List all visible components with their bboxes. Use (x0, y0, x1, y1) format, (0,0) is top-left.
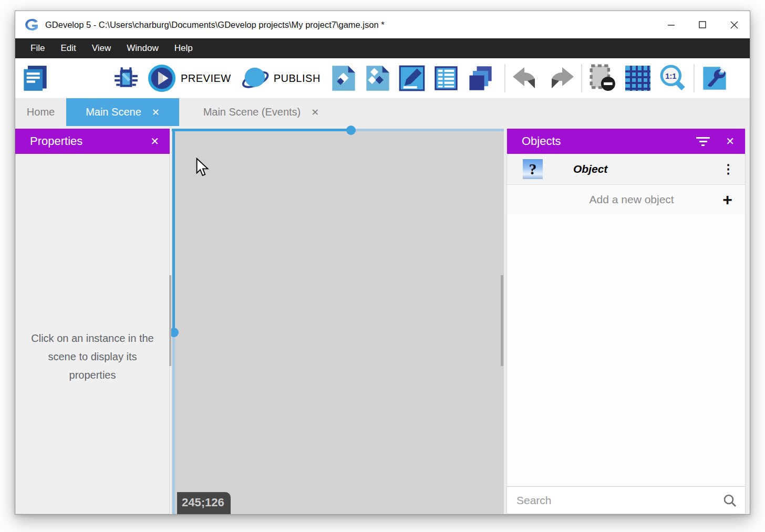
tab-home[interactable]: Home (15, 98, 66, 126)
menu-help[interactable]: Help (167, 38, 201, 58)
tab-label: Main Scene (86, 106, 141, 118)
properties-panel-body: Click on an instance in the scene to dis… (15, 154, 170, 514)
object-menu-icon[interactable]: ⋮ (722, 163, 735, 175)
cursor-coordinates-badge: 245;126 (177, 492, 231, 514)
scene-border-top (351, 129, 504, 131)
objects-panel: Objects ✕ ? Object ⋮ Add a new object + (506, 129, 746, 514)
objects-editor-icon[interactable] (364, 65, 391, 92)
toolbar-separator (581, 64, 582, 92)
close-tab-icon[interactable]: ✕ (152, 107, 160, 118)
menu-bar: File Edit View Window Help (15, 38, 750, 58)
menu-window[interactable]: Window (119, 38, 166, 58)
svg-text:1:1: 1:1 (665, 72, 676, 80)
search-input[interactable] (516, 494, 723, 507)
scene-border-left (172, 332, 175, 514)
publish-globe-icon[interactable] (241, 64, 269, 92)
objects-panel-header: Objects ✕ (507, 129, 745, 154)
events-sheet-icon[interactable] (432, 65, 460, 92)
objects-list-empty-area (507, 214, 745, 486)
properties-empty-message: Click on an instance in the scene to dis… (25, 329, 160, 384)
window-controls (655, 11, 750, 38)
scene-border-top-selected (172, 129, 351, 131)
menu-file[interactable]: File (23, 38, 53, 58)
undo-icon[interactable] (512, 66, 540, 90)
preview-button[interactable]: PREVIEW (181, 72, 231, 85)
project-manager-icon[interactable] (22, 65, 49, 92)
edit-scene-icon[interactable] (398, 65, 426, 92)
menu-view[interactable]: View (84, 38, 119, 58)
scene-border-left-selected (172, 129, 175, 332)
toggle-grid-icon[interactable] (624, 65, 652, 92)
properties-panel: Properties ✕ Click on an instance in the… (15, 129, 170, 514)
filter-icon[interactable] (696, 135, 710, 148)
main-content: Properties ✕ Click on an instance in the… (15, 126, 750, 514)
resize-handle-top[interactable] (346, 126, 356, 135)
close-button[interactable] (718, 11, 750, 38)
toolbar: PREVIEW PUBLISH (15, 58, 750, 98)
toggle-mask-icon[interactable] (588, 64, 617, 92)
layers-icon[interactable] (467, 65, 494, 92)
properties-panel-title: Properties (30, 134, 82, 148)
object-name: Object (573, 163, 722, 175)
gdevelop-logo-icon (22, 17, 40, 32)
tab-bar: Home Main Scene ✕ Main Scene (Events) ✕ (15, 98, 750, 126)
preview-play-icon[interactable] (148, 64, 176, 92)
title-bar: GDevelop 5 - C:\Users\charburg\Documents… (15, 11, 750, 38)
scene-editor-icon[interactable] (330, 65, 357, 92)
properties-panel-header: Properties ✕ (15, 129, 170, 154)
window-title: GDevelop 5 - C:\Users\charburg\Documents… (45, 20, 655, 30)
object-thumbnail-icon: ? (523, 159, 543, 179)
gdevelop-window: GDevelop 5 - C:\Users\charburg\Documents… (15, 11, 750, 515)
objects-search-bar (507, 486, 745, 514)
debugger-icon[interactable] (113, 65, 139, 91)
add-object-row[interactable]: Add a new object + (507, 185, 745, 214)
canvas-scrollbar-left[interactable] (169, 275, 171, 366)
close-panel-icon[interactable]: ✕ (150, 135, 159, 148)
redo-icon[interactable] (546, 66, 575, 90)
object-list-item[interactable]: ? Object ⋮ (507, 154, 745, 185)
zoom-original-icon[interactable]: 1:1 (659, 64, 687, 92)
tab-label: Main Scene (Events) (203, 106, 301, 118)
close-panel-icon[interactable]: ✕ (726, 135, 735, 148)
tools-icon[interactable] (701, 65, 728, 92)
tab-main-scene[interactable]: Main Scene ✕ (66, 98, 179, 126)
maximize-button[interactable] (687, 11, 718, 38)
scene-canvas[interactable]: 245;126 (172, 129, 504, 514)
mouse-cursor-icon (195, 158, 210, 176)
close-tab-icon[interactable]: ✕ (311, 107, 319, 118)
minimize-button[interactable] (655, 11, 687, 38)
toolbar-separator (504, 64, 505, 92)
add-object-label: Add a new object (520, 193, 722, 206)
canvas-scrollbar-right[interactable] (501, 275, 503, 366)
publish-button[interactable]: PUBLISH (274, 72, 321, 85)
objects-panel-title: Objects (522, 134, 561, 148)
tab-main-scene-events[interactable]: Main Scene (Events) ✕ (179, 98, 343, 126)
menu-edit[interactable]: Edit (53, 38, 84, 58)
plus-icon: + (722, 191, 732, 208)
tab-label: Home (27, 106, 55, 118)
toolbar-separator (694, 64, 695, 92)
search-icon[interactable] (723, 494, 737, 507)
